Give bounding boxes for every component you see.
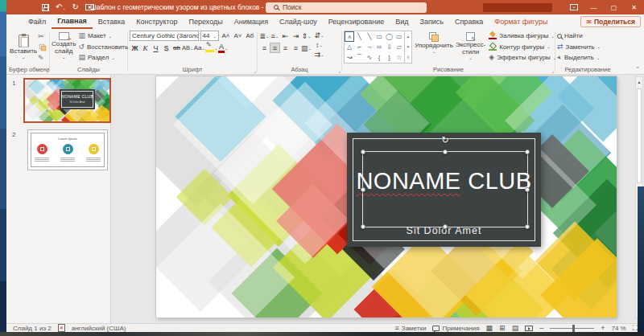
undo-icon[interactable]: ↶⌄ <box>56 3 66 12</box>
zoom-out-button[interactable]: – <box>539 324 543 332</box>
share-button[interactable]: ✉ Поделиться <box>580 16 641 27</box>
reading-view-button[interactable]: ▤ <box>512 324 519 332</box>
replace-button[interactable]: ⇄Заменить⌄ <box>557 42 618 53</box>
quick-styles-button[interactable]: Экспресс-стили ⌄ <box>456 31 485 61</box>
gallery-more-icon[interactable]: ⊽ <box>405 52 411 63</box>
resize-handle-top-right[interactable] <box>525 150 530 154</box>
arrange-button[interactable]: Упорядочить ⌄ <box>415 31 452 55</box>
section-button[interactable]: ▤Раздел⌄ <box>78 52 128 64</box>
change-case-button[interactable]: Аа⌄ <box>194 43 205 53</box>
font-family-select[interactable]: Century Gothic (Заголов⌄ <box>130 31 199 41</box>
ribbon-display-options-button[interactable] <box>564 0 584 14</box>
selection-box[interactable]: ↻ <box>362 151 528 227</box>
clear-formatting-button[interactable]: Аб <box>245 31 255 41</box>
paste-button[interactable]: Вставить ⌄ <box>10 33 36 60</box>
align-right-button[interactable]: ≡ <box>280 43 291 53</box>
select-button[interactable]: ➤Выделить⌄ <box>557 52 618 64</box>
find-button[interactable]: Найти <box>557 31 618 42</box>
cut-icon[interactable]: ✂ <box>38 33 47 40</box>
highlight-button[interactable]: ⌄ <box>205 43 218 53</box>
normal-view-button[interactable]: ▦ <box>486 324 493 332</box>
font-dialog-launcher[interactable]: ⌟ <box>254 68 256 73</box>
italic-button[interactable]: К <box>140 43 151 53</box>
tab-help[interactable]: Справка <box>449 14 489 29</box>
rotate-handle[interactable]: ↻ <box>440 135 450 145</box>
tab-view[interactable]: Вид <box>390 14 414 29</box>
grow-font-button[interactable]: А˄ <box>221 31 231 41</box>
character-spacing-button[interactable]: АВ⌄ <box>182 43 194 53</box>
tab-home[interactable]: Главная <box>52 14 93 29</box>
convert-smartart-button[interactable]: ⇉⌄ <box>314 50 324 59</box>
copy-icon[interactable] <box>39 44 46 51</box>
resize-handle-top[interactable] <box>443 150 448 154</box>
font-color-button[interactable]: А⌄ <box>218 43 229 53</box>
zoom-level[interactable]: 74 % <box>611 325 625 332</box>
gallery-down-icon[interactable]: ▼ <box>405 42 411 52</box>
bold-button[interactable]: Ж <box>130 43 140 53</box>
font-size-select[interactable]: 44⌄ <box>200 31 219 41</box>
scroll-up-icon[interactable]: ▲ <box>638 77 642 87</box>
resize-handle-bottom-right[interactable] <box>525 224 530 229</box>
text-shadow-button[interactable]: S <box>161 43 171 53</box>
shapes-gallery[interactable]: А ╲╲ ▭◯ ▭△ ⌐¬ ⇨⇩ ▱↝ ⌒∿ {} ☆ <box>344 31 405 64</box>
align-text-button[interactable]: ↕⌄ <box>314 40 324 50</box>
resize-handle-bottom[interactable] <box>443 224 448 229</box>
text-direction-button[interactable]: ⇵⌄ <box>314 31 324 40</box>
scrollbar-thumb[interactable] <box>637 88 642 183</box>
tab-file[interactable]: Файл <box>23 14 52 29</box>
new-slide-button[interactable]: Создать слайд ⌄ <box>52 31 76 60</box>
redo-icon[interactable]: ↻ <box>72 3 79 11</box>
drawing-dialog-launcher[interactable]: ⌟ <box>551 68 554 73</box>
zoom-in-button[interactable]: + <box>601 324 605 332</box>
justify-button[interactable]: ≡ <box>291 43 301 53</box>
shape-fill-button[interactable]: Заливка фигуры⌄ <box>489 31 556 42</box>
layout-button[interactable]: ▥Макет⌄ <box>78 31 128 42</box>
comments-button[interactable]: Примечания <box>432 325 479 332</box>
spellcheck-icon[interactable]: ✕ <box>58 324 65 332</box>
slide-editor[interactable]: NONAME CLUB Sit Dolor Amet ↻ <box>156 76 617 318</box>
save-icon[interactable] <box>42 4 49 11</box>
collapse-ribbon-button[interactable]: ⌃ <box>635 66 640 72</box>
tab-animations[interactable]: Анимация <box>229 14 274 29</box>
paragraph-dialog-launcher[interactable]: ⌟ <box>338 68 341 73</box>
underline-button[interactable]: Ч <box>151 43 161 53</box>
close-button[interactable]: ✕ <box>624 0 644 14</box>
tab-review[interactable]: Рецензирование <box>323 14 390 29</box>
minimize-button[interactable]: — <box>584 0 604 14</box>
tab-insert[interactable]: Вставка <box>93 14 130 29</box>
shapes-gallery-scroll[interactable]: ▲ ▼ ⊽ <box>405 31 412 64</box>
format-painter-icon[interactable]: ✎ <box>38 55 47 62</box>
shrink-font-button[interactable]: А˅ <box>233 31 243 41</box>
maximize-button[interactable]: ▢ <box>604 0 624 14</box>
strikethrough-button[interactable]: ab <box>171 43 182 53</box>
slideshow-view-button[interactable] <box>525 326 533 331</box>
clipboard-dialog-launcher[interactable]: ⌟ <box>46 68 48 73</box>
tab-transitions[interactable]: Переходы <box>184 14 229 29</box>
gallery-up-icon[interactable]: ▲ <box>405 31 411 42</box>
tab-shape-format[interactable]: Формат фигуры <box>489 14 553 29</box>
align-left-button[interactable]: ≡ <box>259 43 270 53</box>
zoom-slider-thumb[interactable] <box>572 325 575 332</box>
slide-2-thumbnail[interactable]: Lorem Ipsum <box>27 129 108 170</box>
slide-sorter-view-button[interactable]: ⊞ <box>499 324 506 332</box>
search-box[interactable]: Поиск <box>266 2 427 13</box>
resize-handle-bottom-left[interactable] <box>361 224 365 229</box>
line-spacing-button[interactable]: ⇕⌄ <box>301 31 312 41</box>
notes-button[interactable]: ≡Заметки <box>395 324 427 332</box>
slide-1-thumbnail[interactable]: NONAME CLUB Sit Dolor Amet <box>23 78 111 123</box>
resize-handle-top-left[interactable] <box>361 150 365 154</box>
account-badge[interactable] <box>483 3 552 12</box>
tab-slideshow[interactable]: Слайд-шоу <box>274 14 323 29</box>
numbering-button[interactable]: ≡⌄ <box>270 31 280 41</box>
decrease-indent-button[interactable]: ⇤ <box>280 31 291 41</box>
align-center-button[interactable]: ≡ <box>270 43 280 53</box>
tab-design[interactable]: Конструктор <box>130 14 183 29</box>
tab-record[interactable]: Запись <box>414 14 449 29</box>
increase-indent-button[interactable]: ⇥ <box>291 31 301 41</box>
bullets-button[interactable]: ≣⌄ <box>259 31 270 41</box>
resize-handle-right[interactable] <box>525 187 530 192</box>
reset-button[interactable]: ↺Восстановить <box>78 42 128 53</box>
columns-button[interactable]: ▥⌄ <box>301 43 312 53</box>
zoom-slider[interactable] <box>550 328 594 329</box>
shape-outline-button[interactable]: Контур фигуры⌄ <box>489 42 556 53</box>
